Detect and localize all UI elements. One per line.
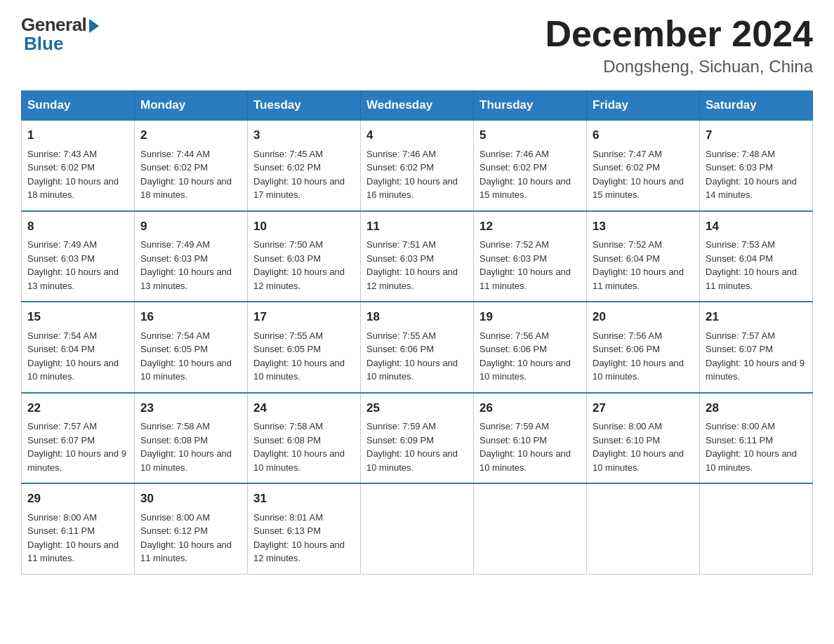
week-row-5: 29 Sunrise: 8:00 AMSunset: 6:11 PMDaylig…: [22, 483, 813, 574]
calendar-cell: 24 Sunrise: 7:58 AMSunset: 6:08 PMDaylig…: [248, 393, 361, 484]
calendar-cell: 7 Sunrise: 7:48 AMSunset: 6:03 PMDayligh…: [700, 120, 813, 211]
day-number: 19: [479, 308, 581, 326]
day-info: Sunrise: 7:54 AMSunset: 6:05 PMDaylight:…: [140, 330, 232, 382]
day-info: Sunrise: 7:55 AMSunset: 6:05 PMDaylight:…: [253, 330, 345, 382]
day-number: 31: [253, 490, 355, 508]
day-number: 29: [27, 490, 128, 508]
day-info: Sunrise: 7:57 AMSunset: 6:07 PMDaylight:…: [27, 421, 126, 473]
title-area: December 2024 Dongsheng, Sichuan, China: [545, 14, 813, 76]
day-info: Sunrise: 7:46 AMSunset: 6:02 PMDaylight:…: [479, 149, 571, 201]
day-number: 30: [140, 490, 241, 508]
calendar-cell: 1 Sunrise: 7:43 AMSunset: 6:02 PMDayligh…: [22, 120, 135, 211]
day-info: Sunrise: 7:51 AMSunset: 6:03 PMDaylight:…: [366, 239, 458, 291]
calendar-cell: 2 Sunrise: 7:44 AMSunset: 6:02 PMDayligh…: [135, 120, 248, 211]
calendar-cell: 31 Sunrise: 8:01 AMSunset: 6:13 PMDaylig…: [248, 483, 361, 574]
day-info: Sunrise: 7:46 AMSunset: 6:02 PMDaylight:…: [366, 149, 458, 201]
day-number: 20: [593, 308, 694, 326]
calendar-cell: 26 Sunrise: 7:59 AMSunset: 6:10 PMDaylig…: [474, 393, 587, 484]
logo-blue-text: Blue: [21, 33, 63, 55]
calendar-cell: 18 Sunrise: 7:55 AMSunset: 6:06 PMDaylig…: [361, 302, 474, 393]
week-row-3: 15 Sunrise: 7:54 AMSunset: 6:04 PMDaylig…: [22, 302, 813, 393]
day-info: Sunrise: 7:55 AMSunset: 6:06 PMDaylight:…: [366, 330, 458, 382]
week-row-2: 8 Sunrise: 7:49 AMSunset: 6:03 PMDayligh…: [22, 211, 813, 302]
calendar-cell: 30 Sunrise: 8:00 AMSunset: 6:12 PMDaylig…: [135, 483, 248, 574]
day-number: 22: [27, 399, 128, 417]
day-number: 28: [706, 399, 807, 417]
day-info: Sunrise: 8:00 AMSunset: 6:12 PMDaylight:…: [140, 512, 232, 564]
day-number: 2: [140, 126, 241, 145]
calendar-cell: 12 Sunrise: 7:52 AMSunset: 6:03 PMDaylig…: [474, 211, 587, 302]
calendar-cell: 27 Sunrise: 8:00 AMSunset: 6:10 PMDaylig…: [587, 393, 700, 484]
day-info: Sunrise: 7:44 AMSunset: 6:02 PMDaylight:…: [140, 149, 232, 201]
calendar-cell: [587, 483, 700, 574]
calendar-cell: 13 Sunrise: 7:52 AMSunset: 6:04 PMDaylig…: [587, 211, 700, 302]
day-number: 11: [366, 217, 468, 236]
calendar-cell: 20 Sunrise: 7:56 AMSunset: 6:06 PMDaylig…: [587, 302, 700, 393]
day-number: 23: [140, 399, 241, 417]
day-info: Sunrise: 7:56 AMSunset: 6:06 PMDaylight:…: [593, 330, 684, 382]
day-info: Sunrise: 7:58 AMSunset: 6:08 PMDaylight:…: [140, 421, 232, 473]
day-info: Sunrise: 7:56 AMSunset: 6:06 PMDaylight:…: [479, 330, 571, 382]
day-header-tuesday: Tuesday: [248, 91, 361, 121]
day-number: 13: [593, 217, 694, 236]
day-number: 26: [479, 399, 581, 417]
day-info: Sunrise: 8:01 AMSunset: 6:13 PMDaylight:…: [253, 512, 345, 564]
month-title: December 2024: [545, 14, 813, 54]
day-number: 14: [706, 217, 807, 236]
day-info: Sunrise: 7:45 AMSunset: 6:02 PMDaylight:…: [253, 149, 345, 201]
day-number: 6: [593, 126, 694, 145]
day-info: Sunrise: 7:53 AMSunset: 6:04 PMDaylight:…: [706, 239, 797, 291]
calendar-cell: 16 Sunrise: 7:54 AMSunset: 6:05 PMDaylig…: [135, 302, 248, 393]
calendar-cell: 8 Sunrise: 7:49 AMSunset: 6:03 PMDayligh…: [22, 211, 135, 302]
calendar-cell: 14 Sunrise: 7:53 AMSunset: 6:04 PMDaylig…: [700, 211, 813, 302]
logo: General Blue: [21, 14, 99, 55]
day-number: 21: [706, 308, 807, 326]
day-info: Sunrise: 7:52 AMSunset: 6:03 PMDaylight:…: [479, 239, 571, 291]
day-info: Sunrise: 7:47 AMSunset: 6:02 PMDaylight:…: [593, 149, 684, 201]
calendar-cell: 3 Sunrise: 7:45 AMSunset: 6:02 PMDayligh…: [248, 120, 361, 211]
calendar-table: SundayMondayTuesdayWednesdayThursdayFrid…: [21, 90, 813, 575]
day-number: 12: [479, 217, 581, 236]
calendar-cell: 6 Sunrise: 7:47 AMSunset: 6:02 PMDayligh…: [587, 120, 700, 211]
day-number: 9: [140, 217, 241, 236]
logo-triangle-icon: [89, 19, 99, 33]
calendar-cell: 29 Sunrise: 8:00 AMSunset: 6:11 PMDaylig…: [22, 483, 135, 574]
day-header-wednesday: Wednesday: [361, 91, 474, 121]
day-header-sunday: Sunday: [22, 91, 135, 121]
day-info: Sunrise: 8:00 AMSunset: 6:11 PMDaylight:…: [706, 421, 797, 473]
day-number: 4: [366, 126, 468, 145]
day-info: Sunrise: 7:49 AMSunset: 6:03 PMDaylight:…: [140, 239, 232, 291]
day-number: 18: [366, 308, 468, 326]
day-number: 27: [593, 399, 694, 417]
day-info: Sunrise: 7:43 AMSunset: 6:02 PMDaylight:…: [27, 149, 119, 201]
location-subtitle: Dongsheng, Sichuan, China: [545, 57, 813, 76]
calendar-cell: 21 Sunrise: 7:57 AMSunset: 6:07 PMDaylig…: [700, 302, 813, 393]
week-row-4: 22 Sunrise: 7:57 AMSunset: 6:07 PMDaylig…: [22, 393, 813, 484]
calendar-cell: 9 Sunrise: 7:49 AMSunset: 6:03 PMDayligh…: [135, 211, 248, 302]
calendar-cell: 23 Sunrise: 7:58 AMSunset: 6:08 PMDaylig…: [135, 393, 248, 484]
day-info: Sunrise: 8:00 AMSunset: 6:10 PMDaylight:…: [593, 421, 684, 473]
calendar-cell: 25 Sunrise: 7:59 AMSunset: 6:09 PMDaylig…: [361, 393, 474, 484]
day-info: Sunrise: 7:59 AMSunset: 6:10 PMDaylight:…: [479, 421, 571, 473]
calendar-cell: [361, 483, 474, 574]
day-header-thursday: Thursday: [474, 91, 587, 121]
calendar-cell: 4 Sunrise: 7:46 AMSunset: 6:02 PMDayligh…: [361, 120, 474, 211]
day-number: 24: [253, 399, 355, 417]
day-header-monday: Monday: [135, 91, 248, 121]
day-number: 8: [27, 217, 128, 236]
day-info: Sunrise: 7:50 AMSunset: 6:03 PMDaylight:…: [253, 239, 345, 291]
day-info: Sunrise: 7:54 AMSunset: 6:04 PMDaylight:…: [27, 330, 119, 382]
calendar-cell: 11 Sunrise: 7:51 AMSunset: 6:03 PMDaylig…: [361, 211, 474, 302]
day-info: Sunrise: 7:49 AMSunset: 6:03 PMDaylight:…: [27, 239, 119, 291]
day-info: Sunrise: 7:59 AMSunset: 6:09 PMDaylight:…: [366, 421, 458, 473]
calendar-cell: 17 Sunrise: 7:55 AMSunset: 6:05 PMDaylig…: [248, 302, 361, 393]
day-number: 1: [27, 126, 128, 145]
calendar-cell: 28 Sunrise: 8:00 AMSunset: 6:11 PMDaylig…: [700, 393, 813, 484]
day-info: Sunrise: 7:57 AMSunset: 6:07 PMDaylight:…: [706, 330, 805, 382]
day-number: 15: [27, 308, 128, 326]
day-header-friday: Friday: [587, 91, 700, 121]
calendar-cell: 15 Sunrise: 7:54 AMSunset: 6:04 PMDaylig…: [22, 302, 135, 393]
page-header: General Blue December 2024 Dongsheng, Si…: [21, 14, 813, 76]
calendar-cell: 22 Sunrise: 7:57 AMSunset: 6:07 PMDaylig…: [22, 393, 135, 484]
day-number: 7: [706, 126, 807, 145]
